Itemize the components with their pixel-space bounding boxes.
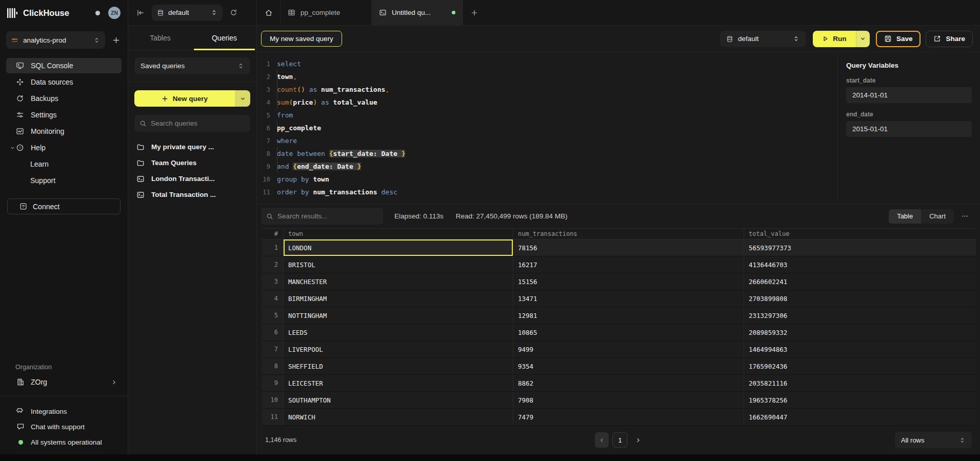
start-date-input[interactable] (846, 87, 972, 103)
code-line-7[interactable]: 7 where (257, 134, 837, 147)
avatar[interactable]: ZN (108, 7, 121, 19)
sidebar-item-monitoring[interactable]: Monitoring (6, 124, 122, 139)
cell-total-value[interactable]: 2035821116 (744, 375, 976, 391)
end-date-input[interactable] (846, 121, 972, 137)
sql-editor[interactable]: 1 select 2 town, 3 count() as num_transa… (257, 52, 837, 204)
home-button[interactable] (257, 0, 281, 25)
tab-tables[interactable]: Tables (128, 26, 192, 50)
cell-num-transactions[interactable]: 7908 (513, 392, 744, 408)
cell-num-transactions[interactable]: 7479 (513, 409, 744, 425)
previous-page-button[interactable] (595, 432, 609, 448)
run-options-dropdown[interactable] (856, 31, 870, 47)
database-selector[interactable]: default (152, 5, 223, 21)
new-query-button[interactable]: New query (134, 90, 250, 107)
cell-num-transactions[interactable]: 16217 (513, 256, 744, 273)
sidebar-footer-integrations[interactable]: Integrations (6, 404, 122, 419)
organization-switcher[interactable]: ZOrg (6, 374, 122, 390)
cell-num-transactions[interactable]: 12981 (513, 307, 744, 324)
saved-query-chip[interactable]: My new saved query (261, 31, 342, 47)
code-line-6[interactable]: 6 pp_complete (257, 122, 837, 134)
table-row[interactable]: 7LIVERPOOL94991464994863 (262, 341, 976, 358)
saved-query-team-queries[interactable]: Team Queries (134, 155, 250, 171)
cell-num-transactions[interactable]: 10865 (513, 324, 744, 340)
code-line-2[interactable]: 2 town, (257, 70, 837, 83)
cell-total-value[interactable]: 2660602241 (744, 273, 976, 290)
code-line-8[interactable]: 8 date between {start_date: Date } (257, 147, 837, 160)
more-options-button[interactable] (961, 212, 969, 220)
cell-total-value[interactable]: 1965378256 (744, 392, 976, 408)
code-line-1[interactable]: 1 select (257, 57, 837, 70)
new-query-main[interactable]: New query (134, 90, 235, 107)
cell-town[interactable]: NORWICH (283, 409, 513, 425)
cell-total-value[interactable]: 1464994863 (744, 341, 976, 357)
cell-num-transactions[interactable]: 8862 (513, 375, 744, 391)
cell-total-value[interactable]: 2313297306 (744, 307, 976, 324)
cell-town[interactable]: SHEFFIELD (283, 358, 513, 374)
column-header-town[interactable]: town (283, 229, 513, 239)
run-button-main[interactable]: Run (813, 31, 856, 47)
search-queries-input[interactable] (151, 119, 245, 127)
saved-query-total-transaction[interactable]: Total Transaction ... (134, 187, 250, 203)
table-row[interactable]: 2BRISTOL162174136446703 (262, 256, 976, 273)
table-row[interactable]: 5NOTTINGHAM129812313297306 (262, 307, 976, 324)
sidebar-subitem-support[interactable]: Support (6, 173, 122, 188)
table-row[interactable]: 8SHEFFIELD93541765902436 (262, 358, 976, 375)
table-row[interactable]: 6LEEDS108652089859332 (262, 324, 976, 341)
cell-town[interactable]: BIRMINGHAM (283, 290, 513, 307)
tab-untitled-query[interactable]: Untitled qu... (372, 0, 463, 25)
cell-town[interactable]: MANCHESTER (283, 273, 513, 290)
new-tab-button[interactable] (463, 0, 486, 25)
cell-town[interactable]: LEEDS (283, 324, 513, 340)
collapse-sidebar-button[interactable] (136, 9, 145, 17)
table-row[interactable]: 9LEICESTER88622035821116 (262, 375, 976, 392)
share-button[interactable]: Share (926, 31, 973, 47)
cell-town[interactable]: BRISTOL (283, 256, 513, 273)
cell-total-value[interactable]: 2089859332 (744, 324, 976, 340)
page-size-selector[interactable]: All rows (895, 432, 972, 448)
cell-town[interactable]: SOUTHAMPTON (283, 392, 513, 408)
cell-num-transactions[interactable]: 15156 (513, 273, 744, 290)
search-results-input[interactable] (277, 212, 378, 220)
sidebar-footer-all-systems-operational[interactable]: All systems operational (6, 434, 122, 450)
cell-num-transactions[interactable]: 9354 (513, 358, 744, 374)
code-line-3[interactable]: 3 count() as num_transactions, (257, 83, 837, 96)
run-database-selector[interactable]: default (720, 31, 806, 47)
cell-total-value[interactable]: 1765902436 (744, 358, 976, 374)
tab-pp-complete[interactable]: pp_complete (281, 0, 372, 25)
cell-num-transactions[interactable]: 9499 (513, 341, 744, 357)
service-selector[interactable]: aws analytics-prod (6, 31, 105, 49)
sidebar-item-backups[interactable]: Backups (6, 91, 122, 106)
sidebar-item-sql-console[interactable]: SQL Console (6, 58, 122, 73)
view-table-button[interactable]: Table (889, 209, 921, 224)
sidebar-item-settings[interactable]: Settings (6, 107, 122, 123)
run-button[interactable]: Run (813, 31, 870, 47)
cell-num-transactions[interactable]: 13471 (513, 290, 744, 307)
code-line-10[interactable]: 10 group by town (257, 173, 837, 186)
cell-total-value[interactable]: 56593977373 (744, 239, 976, 256)
next-page-button[interactable] (631, 437, 645, 444)
cell-town[interactable]: LONDON (283, 239, 513, 256)
code-line-11[interactable]: 11 order by num_transactions desc (257, 186, 837, 198)
table-row[interactable]: 3MANCHESTER151562660602241 (262, 273, 976, 290)
cell-town[interactable]: LIVERPOOL (283, 341, 513, 357)
code-line-9[interactable]: 9 and {end_date: Date } (257, 160, 837, 173)
cell-town[interactable]: NOTTINGHAM (283, 307, 513, 324)
new-query-dropdown[interactable] (235, 90, 250, 107)
table-row[interactable]: 10SOUTHAMPTON79081965378256 (262, 392, 976, 409)
table-row[interactable]: 11NORWICH74791662690447 (262, 409, 976, 426)
code-line-4[interactable]: 4 sum(price) as total_value (257, 96, 837, 109)
cell-total-value[interactable]: 2703899808 (744, 290, 976, 307)
cell-total-value[interactable]: 4136446703 (744, 256, 976, 273)
current-page[interactable]: 1 (612, 432, 628, 448)
code-line-5[interactable]: 5 from (257, 109, 837, 122)
tab-queries[interactable]: Queries (192, 26, 256, 50)
column-header-index[interactable]: # (262, 229, 283, 239)
add-service-button[interactable] (110, 34, 122, 46)
sidebar-item-help[interactable]: ? Help (6, 140, 122, 155)
saved-queries-filter[interactable]: Saved queries (134, 57, 250, 74)
cell-num-transactions[interactable]: 78156 (513, 239, 744, 256)
saved-query-london-transacti[interactable]: London Transacti... (134, 171, 250, 187)
column-header-total-value[interactable]: total_value (744, 229, 976, 239)
cell-total-value[interactable]: 1662690447 (744, 409, 976, 425)
table-row[interactable]: 1LONDON7815656593977373 (262, 239, 976, 256)
